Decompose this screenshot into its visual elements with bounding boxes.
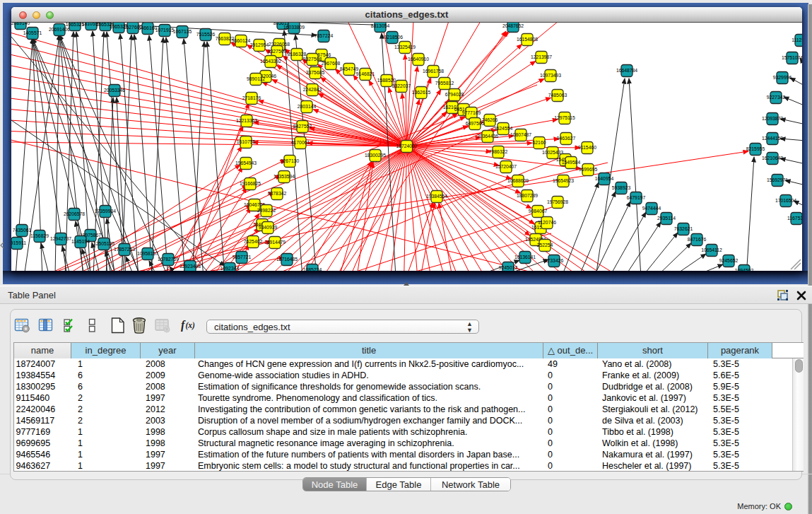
svg-text:17857253: 17857253 bbox=[114, 247, 135, 252]
svg-text:1112546: 1112546 bbox=[792, 37, 802, 42]
svg-text:12093872: 12093872 bbox=[762, 116, 783, 121]
svg-text:20691406: 20691406 bbox=[49, 27, 70, 32]
svg-text:1610755: 1610755 bbox=[237, 139, 256, 144]
svg-text:1094502: 1094502 bbox=[735, 268, 754, 271]
svg-text:9340939: 9340939 bbox=[259, 225, 278, 230]
svg-text:7857224: 7857224 bbox=[314, 33, 334, 38]
svg-text:2967608: 2967608 bbox=[322, 61, 341, 66]
svg-text:8427552: 8427552 bbox=[293, 124, 312, 129]
svg-text:13353594: 13353594 bbox=[273, 174, 295, 179]
svg-text:9777169: 9777169 bbox=[462, 110, 481, 115]
svg-text:252254: 252254 bbox=[537, 243, 553, 247]
svg-text:10688609: 10688609 bbox=[507, 178, 529, 183]
svg-text:4170061: 4170061 bbox=[291, 140, 310, 145]
svg-text:3912954: 3912954 bbox=[250, 42, 269, 47]
svg-text:16640910: 16640910 bbox=[408, 57, 429, 62]
svg-text:18300295: 18300295 bbox=[365, 153, 386, 158]
svg-text:6479197: 6479197 bbox=[627, 195, 646, 200]
svg-text:19654923: 19654923 bbox=[553, 178, 574, 183]
svg-text:1145194: 1145194 bbox=[71, 239, 90, 244]
svg-text:2242843: 2242843 bbox=[303, 87, 322, 92]
svg-text:9890112: 9890112 bbox=[247, 76, 265, 81]
svg-text:18807289: 18807289 bbox=[517, 193, 538, 198]
svg-text:19166825: 19166825 bbox=[240, 181, 261, 186]
svg-text:1092344: 1092344 bbox=[220, 266, 240, 271]
svg-text:7632621: 7632621 bbox=[674, 226, 693, 231]
svg-text:2935114: 2935114 bbox=[657, 216, 676, 221]
svg-text:9115460: 9115460 bbox=[578, 145, 596, 150]
svg-text:10807487: 10807487 bbox=[510, 132, 531, 137]
svg-text:9699695: 9699695 bbox=[579, 167, 598, 172]
svg-text:3915911: 3915911 bbox=[11, 240, 26, 245]
svg-text:7435061: 7435061 bbox=[13, 228, 32, 233]
svg-text:12923448: 12923448 bbox=[180, 264, 201, 269]
svg-text:10654112: 10654112 bbox=[701, 247, 722, 252]
svg-text:13325419: 13325419 bbox=[394, 45, 416, 49]
svg-text:3375685: 3375685 bbox=[306, 70, 325, 75]
svg-text:17359934: 17359934 bbox=[95, 209, 116, 214]
svg-text:16210643: 16210643 bbox=[762, 156, 783, 160]
svg-text:16033809: 16033809 bbox=[283, 25, 305, 30]
svg-text:3498222: 3498222 bbox=[257, 208, 276, 213]
svg-text:1640954: 1640954 bbox=[595, 176, 614, 181]
svg-text:1167533: 1167533 bbox=[787, 216, 802, 221]
svg-text:12444159: 12444159 bbox=[762, 136, 783, 141]
svg-text:8813054: 8813054 bbox=[371, 23, 390, 28]
svg-text:26206578: 26206578 bbox=[64, 211, 85, 216]
svg-text:8471676: 8471676 bbox=[688, 237, 707, 242]
svg-text:17016504: 17016504 bbox=[775, 198, 796, 203]
svg-text:62160: 62160 bbox=[533, 140, 546, 145]
svg-text:1362615: 1362615 bbox=[412, 90, 431, 95]
svg-text:20053346: 20053346 bbox=[104, 88, 125, 93]
svg-text:1067135: 1067135 bbox=[173, 29, 192, 34]
svg-text:12213363: 12213363 bbox=[236, 118, 257, 123]
svg-text:7515526: 7515526 bbox=[196, 32, 216, 37]
svg-text:8322037: 8322037 bbox=[392, 83, 411, 88]
svg-text:1120746: 1120746 bbox=[538, 220, 556, 225]
svg-text:19756928: 19756928 bbox=[547, 199, 568, 204]
svg-text:19654943: 19654943 bbox=[235, 160, 257, 165]
svg-text:1549584: 1549584 bbox=[562, 160, 581, 165]
svg-text:6794028: 6794028 bbox=[445, 92, 464, 97]
svg-text:15751074: 15751074 bbox=[782, 55, 802, 60]
svg-text:9327508: 9327508 bbox=[303, 57, 322, 62]
svg-text:(x): (x) bbox=[186, 321, 196, 330]
svg-text:16914479: 16914479 bbox=[264, 240, 286, 245]
svg-text:19384554: 19384554 bbox=[426, 194, 447, 199]
svg-text:7986322: 7986322 bbox=[489, 149, 508, 154]
svg-text:9146821: 9146821 bbox=[356, 71, 375, 76]
svg-text:18724007: 18724007 bbox=[396, 144, 417, 148]
svg-text:8878342: 8878342 bbox=[268, 191, 287, 196]
svg-text:9463627: 9463627 bbox=[557, 136, 576, 141]
svg-text:16136141: 16136141 bbox=[514, 255, 536, 259]
svg-text:16782759: 16782759 bbox=[158, 257, 179, 262]
svg-text:16961758: 16961758 bbox=[423, 69, 444, 74]
svg-text:3660124: 3660124 bbox=[232, 38, 251, 43]
svg-text:15716485: 15716485 bbox=[276, 257, 298, 262]
svg-text:9329996: 9329996 bbox=[773, 75, 792, 80]
svg-text:2089140: 2089140 bbox=[11, 23, 30, 25]
svg-text:19218506: 19218506 bbox=[382, 35, 403, 40]
svg-text:12213987: 12213987 bbox=[531, 54, 552, 59]
svg-text:16154808: 16154808 bbox=[517, 37, 538, 42]
svg-text:2718176: 2718176 bbox=[242, 95, 261, 100]
svg-text:10973493: 10973493 bbox=[540, 73, 561, 78]
svg-text:3267130: 3267130 bbox=[281, 158, 300, 163]
svg-text:15720407: 15720407 bbox=[495, 164, 517, 169]
svg-text:1405571: 1405571 bbox=[23, 30, 42, 35]
svg-text:7625402: 7625402 bbox=[244, 239, 263, 244]
svg-text:9245652: 9245652 bbox=[719, 258, 739, 263]
svg-text:6466160: 6466160 bbox=[139, 25, 158, 30]
svg-text:20487652: 20487652 bbox=[502, 23, 524, 28]
svg-text:1588520: 1588520 bbox=[377, 78, 396, 83]
svg-text:9084067: 9084067 bbox=[529, 209, 548, 214]
svg-text:12505135: 12505135 bbox=[93, 241, 114, 246]
svg-text:7485063: 7485063 bbox=[548, 93, 567, 98]
svg-text:16648784: 16648784 bbox=[616, 68, 637, 73]
svg-text:9245012: 9245012 bbox=[499, 265, 518, 270]
svg-text:8186328: 8186328 bbox=[288, 52, 307, 57]
svg-text:8215955: 8215955 bbox=[746, 146, 765, 151]
svg-text:1156829: 1156829 bbox=[30, 233, 49, 238]
svg-text:10958157: 10958157 bbox=[137, 251, 158, 256]
svg-text:1733426: 1733426 bbox=[545, 258, 564, 263]
